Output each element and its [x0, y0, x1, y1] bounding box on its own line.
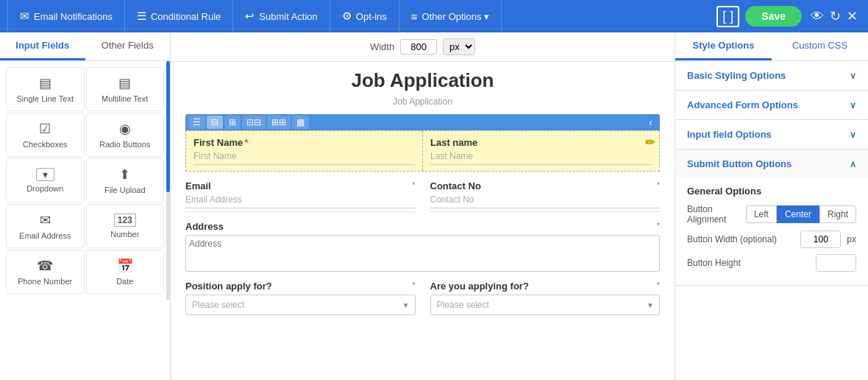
accordion-input-field-header[interactable]: Input field Options ∨ — [675, 120, 868, 149]
applying-label: Are you applying for? — [430, 281, 529, 292]
button-width-input[interactable] — [800, 231, 841, 248]
alignment-row: Button Alignment Left Center Right — [687, 204, 856, 225]
accordion-submit-button-header[interactable]: Submit Button Options ∧ — [675, 149, 868, 178]
address-required: * — [657, 221, 660, 235]
nav-submit-label: Submit Action — [259, 11, 318, 22]
optins-icon: ⚙ — [342, 10, 352, 23]
toolbar-layout-3[interactable]: ⊞ — [224, 116, 241, 129]
form-subtitle: Job Application — [185, 96, 660, 107]
toolbar-layout-4[interactable]: ⊟⊟ — [242, 116, 266, 129]
dropdown-label: Dropdown — [26, 184, 63, 193]
first-name-field: First Name* First Name — [186, 131, 423, 171]
align-center-button[interactable]: Center — [777, 205, 819, 223]
checkboxes-label: Checkboxes — [23, 140, 68, 149]
button-height-row: Button Height — [687, 254, 856, 272]
field-date[interactable]: 📅 Date — [86, 250, 165, 294]
position-field: Position apply for? * Please select ▼ — [185, 281, 416, 315]
field-phone-number[interactable]: ☎ Phone Number — [6, 250, 85, 294]
applying-select-wrapper: Please select ▼ — [430, 295, 661, 315]
align-left-button[interactable]: Left — [746, 205, 777, 223]
last-name-placeholder: Last Name — [430, 151, 652, 165]
button-height-input[interactable] — [816, 254, 856, 272]
refresh-icon[interactable]: ↻ — [830, 8, 841, 24]
name-row-container: ☰ ⊟ ⊞ ⊟⊟ ⊞⊞ ▦ ‹ First Name* First — [185, 114, 660, 172]
accordion-advanced-form-header[interactable]: Advanced Form Options ∨ — [675, 91, 868, 119]
field-file-upload[interactable]: ⬆ File Upload — [86, 158, 165, 203]
select-row: Position apply for? * Please select ▼ — [185, 281, 660, 315]
button-width-row: Button Width (optional) px — [687, 231, 856, 248]
dropdown-icon: ▾ — [36, 168, 54, 181]
position-placeholder: Please select — [192, 300, 244, 310]
nav-email-notifications[interactable]: ✉ Email Notifications — [7, 0, 125, 32]
file-upload-icon: ⬆ — [119, 166, 130, 183]
align-right-button[interactable]: Right — [819, 205, 856, 223]
field-checkboxes[interactable]: ☑ Checkboxes — [6, 113, 85, 157]
applying-field: Are you applying for? * Please select ▼ — [430, 281, 661, 315]
toolbar-layout-6[interactable]: ▦ — [292, 116, 309, 129]
accordion-submit-button-label: Submit Button Options — [687, 158, 791, 169]
accordion-advanced-form-label: Advanced Form Options — [687, 99, 798, 110]
field-radio-buttons[interactable]: ◉ Radio Buttons — [86, 113, 165, 157]
file-upload-label: File Upload — [104, 186, 146, 194]
nav-conditional-rule[interactable]: ☰ Conditional Rule — [125, 0, 233, 32]
phone-icon: ☎ — [37, 258, 53, 274]
address-textarea[interactable] — [185, 235, 660, 272]
accordion-advanced-form: Advanced Form Options ∨ — [675, 91, 868, 120]
fields-grid: ▤ Single Line Text ▤ Multiline Text ☑ Ch… — [0, 61, 170, 300]
accordion-basic-styling: Basic Styling Options ∨ — [675, 61, 868, 91]
preview-icon[interactable]: 👁 — [811, 9, 824, 24]
tab-input-fields[interactable]: Input Fields — [0, 32, 85, 60]
field-email-address[interactable]: ✉ Email Address — [6, 204, 85, 248]
contact-label: Contact No — [430, 180, 481, 191]
name-row: First Name* First Name Last name ✏ Last … — [185, 130, 660, 172]
contact-required: * — [657, 180, 660, 194]
width-input[interactable] — [400, 39, 437, 54]
applying-select[interactable]: Please select — [430, 295, 661, 315]
nav-other-options-label: Other Options ▾ — [422, 11, 490, 22]
applying-placeholder: Please select — [437, 300, 489, 310]
email-icon: ✉ — [20, 10, 29, 23]
email-placeholder: Email Address — [185, 194, 416, 208]
contact-field: Contact No * Contact No — [430, 180, 661, 212]
right-panel: Style Options Custom CSS Basic Styling O… — [675, 32, 868, 380]
accordion-basic-styling-arrow: ∨ — [850, 71, 856, 81]
number-icon: 123 — [114, 214, 136, 227]
position-select[interactable]: Please select — [185, 295, 416, 315]
checkboxes-icon: ☑ — [39, 121, 51, 137]
toolbar-layout-5[interactable]: ⊞⊞ — [267, 116, 291, 129]
first-name-required: * — [244, 137, 248, 148]
phone-label: Phone Number — [18, 277, 72, 286]
form-canvas: Job Application Job Application ☰ ⊟ ⊞ ⊟⊟… — [171, 62, 675, 380]
date-icon: 📅 — [117, 258, 133, 274]
save-button[interactable]: Save — [745, 6, 802, 27]
toolbar-layout-1[interactable]: ☰ — [188, 116, 205, 129]
toolbar-collapse-arrow[interactable]: ‹ — [644, 116, 657, 128]
contact-placeholder: Contact No — [430, 194, 661, 208]
button-height-label: Button Height — [687, 258, 810, 268]
close-icon[interactable]: ✕ — [847, 8, 858, 24]
general-options-title: General Options — [687, 186, 856, 197]
button-width-label: Button Width (optional) — [687, 234, 794, 244]
field-number[interactable]: 123 Number — [86, 204, 165, 248]
bracket-toggle[interactable]: [ ] — [716, 6, 739, 27]
accordion-basic-styling-header[interactable]: Basic Styling Options ∨ — [675, 61, 868, 90]
tab-other-fields[interactable]: Other Fields — [85, 32, 171, 60]
middle-panel: Width px % ‹ Job Application Job Applica… — [171, 32, 675, 380]
field-multiline-text[interactable]: ▤ Multiline Text — [86, 67, 165, 111]
single-line-icon: ▤ — [39, 75, 51, 91]
email-field: Email * Email Address — [185, 180, 416, 212]
width-unit-select[interactable]: px % — [443, 38, 475, 55]
email-field-label: Email Address — [19, 231, 71, 240]
tab-style-options[interactable]: Style Options — [675, 32, 772, 60]
tab-custom-css[interactable]: Custom CSS — [772, 32, 868, 60]
field-dropdown[interactable]: ▾ Dropdown — [6, 158, 85, 203]
radio-label: Radio Buttons — [99, 140, 150, 149]
accordion-advanced-form-arrow: ∨ — [850, 100, 856, 110]
nav-other-options[interactable]: ≡ Other Options ▾ — [399, 0, 502, 32]
field-single-line-text[interactable]: ▤ Single Line Text — [6, 67, 85, 111]
toolbar-layout-2[interactable]: ⊟ — [207, 116, 223, 129]
nav-optins[interactable]: ⚙ Opt-ins — [330, 0, 399, 32]
nav-submit-action[interactable]: ↩ Submit Action — [233, 0, 330, 32]
top-navigation: ✉ Email Notifications ☰ Conditional Rule… — [0, 0, 868, 32]
main-layout: Input Fields Other Fields ▤ Single Line … — [0, 32, 868, 380]
